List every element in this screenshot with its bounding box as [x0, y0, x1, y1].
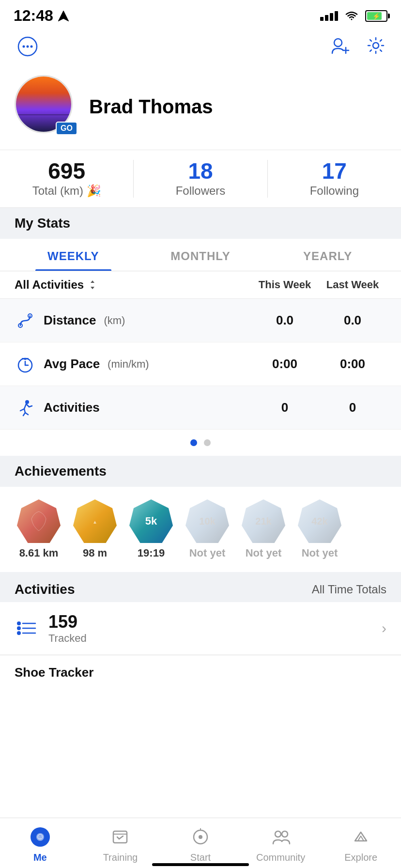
followers-label: Followers: [139, 184, 262, 198]
dot-2[interactable]: [204, 439, 211, 446]
time-display: 12:48: [14, 7, 53, 25]
svg-point-2: [23, 46, 25, 48]
nav-start-label: Start: [190, 852, 211, 863]
stat-total-km: 695 Total (km) 🎉: [0, 160, 133, 198]
tab-monthly[interactable]: MONTHLY: [137, 239, 264, 271]
settings-button[interactable]: [365, 35, 386, 58]
pace-name: Avg Pace: [44, 356, 100, 372]
svg-point-14: [25, 400, 29, 404]
distance-this-week: 0.0: [251, 313, 319, 328]
nav-community[interactable]: Community: [241, 825, 321, 863]
start-icon: [188, 825, 213, 849]
community-icon: [269, 825, 293, 849]
header-right: [329, 35, 386, 58]
nav-me[interactable]: ☺ Me: [0, 825, 80, 863]
svg-point-3: [27, 46, 29, 48]
svg-text:▲: ▲: [93, 519, 97, 525]
stat-followers[interactable]: 18 Followers: [133, 160, 267, 198]
badge-m-label: 98 m: [83, 547, 107, 559]
status-bar: 12:48 ⚡: [0, 0, 401, 29]
chat-button[interactable]: [15, 33, 41, 60]
svg-point-31: [282, 831, 288, 837]
badge-42k-label: Not yet: [302, 547, 338, 559]
battery-icon: ⚡: [365, 10, 387, 22]
list-bullet-icon: [16, 618, 37, 639]
tab-weekly[interactable]: WEEKLY: [10, 239, 137, 271]
shoe-tracker-section: Shoe Tracker: [0, 655, 401, 690]
go-badge: GO: [56, 122, 77, 135]
nav-training[interactable]: Training: [80, 825, 161, 863]
sort-icon: [88, 279, 97, 290]
distance-unit: (km): [104, 314, 125, 327]
total-km-value: 695: [5, 160, 128, 182]
wifi-icon: [345, 11, 358, 21]
achievements-list: 8.61 km ▲ 98 m 5k 19:19 10k Not yet 21k …: [15, 495, 386, 564]
training-icon: [108, 825, 132, 849]
me-icon: ☺: [28, 825, 52, 849]
nav-explore[interactable]: Explore: [321, 825, 401, 863]
activities-row: Activities 0 0: [0, 386, 401, 430]
signal-icon: [320, 11, 338, 21]
total-km-label: Total (km) 🎉: [5, 184, 128, 198]
profile-name: Brad Thomas: [89, 96, 213, 118]
achievement-5k[interactable]: 5k 19:19: [127, 499, 175, 559]
activities-this-week: 0: [251, 400, 319, 415]
tracked-count: 159: [48, 612, 382, 632]
activities-name: Activities: [44, 400, 100, 415]
achievements-title: Achievements: [15, 464, 386, 479]
badge-km-label: 8.61 km: [19, 547, 59, 559]
add-user-icon: [329, 35, 351, 56]
avg-pace-row: Avg Pace (min/km) 0:00 0:00: [0, 342, 401, 386]
nav-start[interactable]: Start: [160, 825, 241, 863]
avatar-wrap: GO: [15, 75, 77, 138]
achievement-42k[interactable]: 42k Not yet: [295, 499, 344, 559]
badge-21k-icon: 21k: [242, 499, 285, 543]
tracked-activity-row[interactable]: 159 Tracked ›: [0, 602, 401, 655]
pace-label: Avg Pace (min/km): [15, 354, 251, 375]
nav-me-label: Me: [33, 852, 47, 863]
distance-icon: [15, 310, 36, 331]
badge-42k-icon: 42k: [298, 499, 341, 543]
activity-filter[interactable]: All Activities: [15, 278, 251, 292]
navigation-icon: [58, 11, 69, 21]
stat-following[interactable]: 17 Following: [267, 160, 401, 198]
table-header: All Activities This Week Last Week: [0, 271, 401, 299]
profile-section: GO Brad Thomas: [0, 67, 401, 150]
tracked-info: 159 Tracked: [48, 612, 382, 645]
gear-icon: [365, 35, 386, 56]
tab-yearly[interactable]: YEARLY: [264, 239, 391, 271]
achievements-section: 8.61 km ▲ 98 m 5k 19:19 10k Not yet 21k …: [0, 487, 401, 572]
home-indicator: [152, 863, 249, 866]
achievement-km[interactable]: 8.61 km: [15, 499, 63, 559]
activities-section-title: Activities: [15, 582, 75, 597]
shoe-tracker-title: Shoe Tracker: [15, 665, 386, 680]
svg-point-28: [199, 835, 202, 839]
badge-10k-label: Not yet: [189, 547, 226, 559]
dot-1[interactable]: [190, 439, 197, 446]
achievement-21k[interactable]: 21k Not yet: [239, 499, 288, 559]
add-user-button[interactable]: [329, 35, 351, 58]
svg-marker-0: [59, 11, 68, 20]
svg-point-5: [334, 39, 342, 46]
my-stats-title: My Stats: [15, 216, 386, 231]
this-week-header: This Week: [251, 279, 319, 291]
distance-name: Distance: [44, 313, 96, 328]
explore-icon: [349, 825, 373, 849]
running-icon: [15, 397, 36, 418]
svg-rect-25: [113, 831, 127, 843]
following-value: 17: [273, 160, 396, 182]
achievement-10k[interactable]: 10k Not yet: [183, 499, 231, 559]
achievement-m[interactable]: ▲ 98 m: [71, 499, 119, 559]
followers-value: 18: [139, 160, 262, 182]
list-icon: [15, 616, 39, 640]
svg-point-20: [17, 631, 21, 635]
badge-km-icon: [17, 499, 61, 543]
activities-label: Activities: [15, 397, 251, 418]
pace-unit: (min/km): [108, 358, 149, 371]
nav-community-label: Community: [256, 852, 305, 863]
svg-point-30: [275, 831, 281, 837]
badge-21k-label: Not yet: [246, 547, 282, 559]
nav-training-label: Training: [103, 852, 138, 863]
distance-label: Distance (km): [15, 310, 251, 331]
distance-row: Distance (km) 0.0 0.0: [0, 299, 401, 342]
